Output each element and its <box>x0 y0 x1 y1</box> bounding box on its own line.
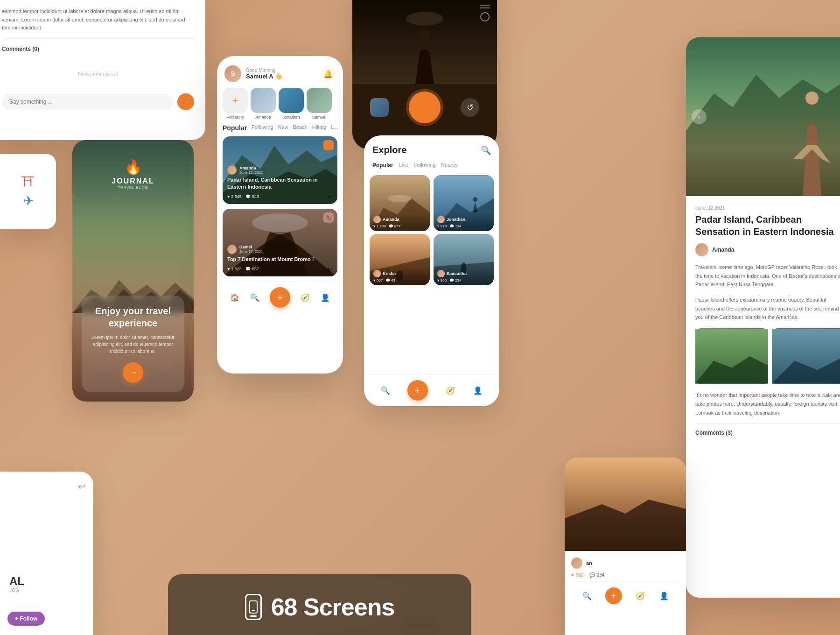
explore-nav-profile[interactable]: 👤 <box>472 385 483 396</box>
explore-grid-item-1[interactable]: Amanda ♥1,439 💬857 <box>370 175 430 231</box>
re-nav-compass[interactable]: 🧭 <box>635 590 646 601</box>
explore-author-2: Jonathan <box>437 216 490 223</box>
nav-search-button[interactable]: 🔍 <box>249 292 260 303</box>
story-record-button[interactable] <box>409 92 441 123</box>
re-nav-add[interactable]: + <box>605 587 622 604</box>
story-item-jonathan[interactable]: Jonathan <box>279 88 304 120</box>
nav-home-button[interactable]: 🏠 <box>229 292 240 303</box>
comments-stat: 💬 543 <box>245 194 259 199</box>
plane-icon: ✈ <box>23 193 34 209</box>
add-story-item[interactable]: Add story <box>223 88 248 120</box>
svg-point-15 <box>805 92 819 105</box>
right-explore-likes: ♥ 960 <box>571 572 584 578</box>
filter-tabs: Popular Following New Beach Hiking L... <box>217 124 343 136</box>
share-icon[interactable]: ↩ <box>327 193 333 200</box>
post-overlay-bromo: Daniel June 17, 2021 Top 7 Destination a… <box>223 241 337 276</box>
explore-card: Explore 🔍 Popular Live Following Nearby … <box>364 135 499 406</box>
greeting-text: Good Morning <box>246 68 282 73</box>
story-label-amanda: Amanda <box>251 115 276 120</box>
story-preview-thumbnail[interactable] <box>370 98 389 117</box>
re-nav-search[interactable]: 🔍 <box>581 590 593 601</box>
nav-compass-button[interactable]: 🧭 <box>300 292 311 303</box>
add-story-circle[interactable] <box>223 88 248 113</box>
journal-arrow-button[interactable]: → <box>123 362 143 383</box>
post-author-name: Amanda <box>239 166 263 170</box>
tab-hiking[interactable]: Hiking <box>312 124 327 132</box>
explore-tab-nearby[interactable]: Nearby <box>441 162 457 169</box>
story-flip-button[interactable]: ↺ <box>461 98 479 117</box>
explore-nav-compass[interactable]: 🧭 <box>445 385 456 396</box>
user-avatar: S <box>224 65 241 82</box>
comment-input-row <box>2 93 194 110</box>
follow-button[interactable]: + Follow <box>7 612 45 626</box>
right-explore-user-row: an <box>571 557 679 569</box>
post-card-bromo[interactable]: Daniel June 17, 2021 Top 7 Destination a… <box>223 209 337 276</box>
log-sublabel: LOG <box>9 588 24 593</box>
explore-nav-add[interactable]: + <box>407 380 428 401</box>
story-circle-jonathan[interactable] <box>279 88 304 113</box>
journal-glass-box: Enjoy your travel experience Lorem ipsum… <box>82 296 184 392</box>
explore-grid-item-3[interactable]: Krisha ♥667 💬43 <box>370 234 430 285</box>
blog-body-text: eiusmod tempor incididunt ut labore et d… <box>2 7 194 32</box>
tab-new[interactable]: New <box>278 124 288 132</box>
share-icon-2[interactable]: ↩ <box>327 265 333 273</box>
nav-profile-button[interactable]: 👤 <box>320 292 331 303</box>
journal-card: 🔥 JOURNAL TRAVEL BLOG Enjoy your travel … <box>72 140 194 402</box>
follow-label: + Follow <box>15 615 37 622</box>
story-camera-view <box>352 0 497 84</box>
orange-badge <box>323 140 334 150</box>
blog-thumb-svg-1 <box>695 328 768 384</box>
explore-comments-1: 💬857 <box>389 224 400 228</box>
grid-line-2 <box>480 7 490 8</box>
re-nav-profile[interactable]: 👤 <box>658 590 670 601</box>
story-grid-lines <box>480 5 490 21</box>
tab-following[interactable]: Following <box>252 124 273 132</box>
explore-grid-item-2[interactable]: Jonathan ♥879 💬134 <box>434 175 494 231</box>
blog-author-avatar <box>695 243 708 256</box>
tab-beach[interactable]: Beach <box>293 124 308 132</box>
bell-icon: 🔔 <box>323 70 333 78</box>
journal-tagline: Enjoy your travel experience <box>91 305 175 329</box>
blog-back-button[interactable]: ‹ <box>692 109 707 124</box>
story-circle-samuel[interactable] <box>307 88 332 113</box>
story-item-amanda[interactable]: Amanda <box>251 88 276 120</box>
blog-date: June, 12 2021 <box>695 205 840 211</box>
notification-button[interactable]: 🔔 <box>321 66 336 81</box>
explore-grid-item-4[interactable]: Samantha ♥960 💬234 <box>434 234 494 285</box>
post-author-row: Amanda June 12, 2021 <box>227 165 333 175</box>
post-date-2: June 17, 2021 <box>239 249 263 254</box>
explore-bottom-nav: 🔍 + 🧭 👤 <box>364 374 499 406</box>
tab-popular[interactable]: Popular <box>223 124 247 132</box>
heart-icon-re: ♥ <box>571 572 574 578</box>
send-button[interactable] <box>177 93 194 110</box>
story-circle-amanda[interactable] <box>251 88 276 113</box>
explore-stats-2: ♥879 💬134 <box>437 224 490 228</box>
main-app-card: S Good Morning Samuel A 👋 🔔 Add story Am… <box>217 56 343 374</box>
story-item-samuel[interactable]: Samuel <box>307 88 332 120</box>
blog-body-3: It's no wonder that important people tak… <box>695 391 840 417</box>
post-author-name-2: Daniel <box>239 245 263 249</box>
explore-comments-4: 💬234 <box>449 278 461 282</box>
explore-avatar-4 <box>437 270 445 277</box>
explore-nav-search[interactable]: 🔍 <box>380 385 391 396</box>
explore-author-name-4: Samantha <box>447 271 467 276</box>
stats-left: ♥ 2,345 💬 543 <box>227 194 259 199</box>
add-story-label: Add story <box>223 115 248 120</box>
likes-count-2: 1,623 <box>231 267 242 271</box>
explore-overlay-2: Jonathan ♥879 💬134 <box>434 213 494 231</box>
explore-tab-popular[interactable]: Popular <box>372 162 393 169</box>
bookmark-badge[interactable]: 🔖 <box>323 212 334 223</box>
no-comments-text: No comments yet <box>2 62 194 86</box>
explore-grid-row2: Krisha ♥667 💬43 Samant <box>364 231 499 285</box>
blog-title: Padar Island, Caribbean Sensation in Eas… <box>695 213 840 238</box>
explore-tab-live[interactable]: Live <box>399 162 408 169</box>
explore-tab-following[interactable]: Following <box>414 162 435 169</box>
blog-left-content: eiusmod tempor incididunt ut labore et d… <box>0 0 205 118</box>
nav-add-button[interactable]: + <box>270 287 290 308</box>
post-card-padar[interactable]: Amanda June 12, 2021 Padar Island, Carib… <box>223 136 337 204</box>
comment-input[interactable] <box>2 94 174 110</box>
heart-icon: ♥ <box>227 194 230 199</box>
explore-search-icon[interactable]: 🔍 <box>481 145 491 155</box>
heart-icon-2: ♥ <box>227 267 230 271</box>
tab-more[interactable]: L... <box>331 124 338 132</box>
